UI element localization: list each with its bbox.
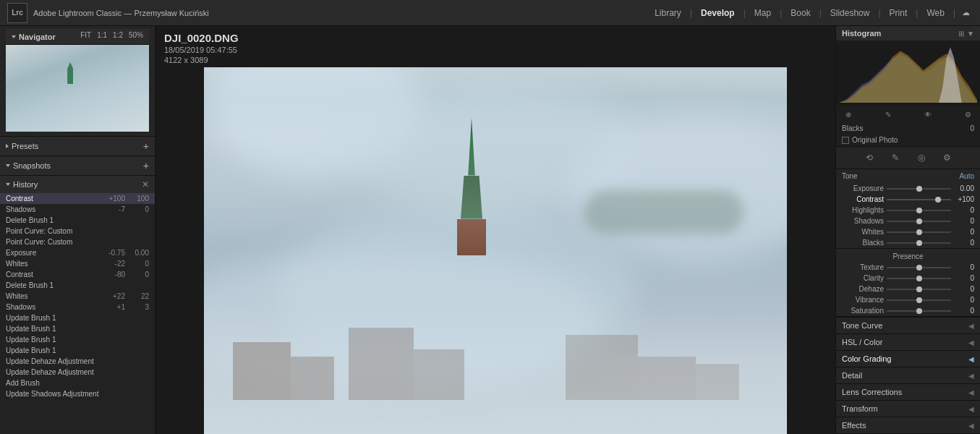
history-item[interactable]: Delete Brush 1 <box>0 280 155 291</box>
history-section: History ✕ Contrast +100 100 Shadows -7 0… <box>0 176 155 434</box>
tone-slider-row[interactable]: Highlights 0 <box>836 205 980 216</box>
tone-slider-row[interactable]: Contrast +100 <box>836 194 980 205</box>
history-item[interactable]: Update Dehaze Adjustment <box>0 367 155 378</box>
nav-library[interactable]: Library <box>649 5 687 21</box>
history-item[interactable]: Whites +22 22 <box>0 291 155 302</box>
history-item[interactable]: Update Shadows Adjustment <box>0 388 155 399</box>
history-item[interactable]: Delete Brush 1 <box>0 215 155 226</box>
slider-thumb[interactable] <box>916 218 922 224</box>
presence-slider-row[interactable]: Dehaze 0 <box>836 284 980 294</box>
presets-header[interactable]: Presets + <box>0 137 155 156</box>
tone-brush-icon[interactable]: ✎ <box>888 150 903 165</box>
nav-develop[interactable]: Develop <box>695 5 741 21</box>
tone-slider-row[interactable]: Whites 0 <box>836 226 980 237</box>
slider-track[interactable] <box>887 199 951 200</box>
tone-settings-icon[interactable]: ⚙ <box>940 150 955 165</box>
slider-thumb[interactable] <box>916 186 922 192</box>
slider-track[interactable] <box>887 310 951 312</box>
right-section-item[interactable]: Detail ◀ <box>836 367 980 383</box>
navigator-thumbnail[interactable] <box>6 45 149 132</box>
slider-thumb[interactable] <box>916 229 922 235</box>
presence-sliders: Texture 0 Clarity 0 Dehaze 0 Vibrance 0 … <box>836 262 980 316</box>
history-item[interactable]: Point Curve: Custom <box>0 226 155 237</box>
history-item[interactable]: Contrast -80 0 <box>0 269 155 280</box>
cloud-icon[interactable]: ☁ <box>958 6 973 20</box>
history-item[interactable]: Whites -22 0 <box>0 258 155 269</box>
history-item[interactable]: Exposure -0.75 0.00 <box>0 247 155 258</box>
tone-slider-row[interactable]: Exposure 0.00 <box>836 183 980 194</box>
slider-track[interactable] <box>887 210 951 211</box>
nav-book[interactable]: Book <box>785 5 816 21</box>
presets-add-button[interactable]: + <box>143 140 149 152</box>
history-list: Contrast +100 100 Shadows -7 0 Delete Br… <box>0 193 155 434</box>
slider-thumb[interactable] <box>916 240 922 246</box>
thumbnail-church <box>67 62 73 84</box>
histogram-target-icon[interactable]: ⊕ <box>842 108 855 121</box>
histogram-edit-icon[interactable]: ✎ <box>882 108 895 121</box>
right-section-item[interactable]: Tone Curve ◀ <box>836 317 980 333</box>
history-item[interactable]: Point Curve: Custom <box>0 237 155 247</box>
nav-slideshow[interactable]: Slideshow <box>825 5 876 21</box>
right-section-item[interactable]: Lens Corrections ◀ <box>836 383 980 400</box>
tone-slider-row[interactable]: Shadows 0 <box>836 216 980 226</box>
tone-slider-row[interactable]: Blacks 0 <box>836 237 980 248</box>
presence-slider-row[interactable]: Saturation 0 <box>836 305 980 316</box>
church-tower <box>457 219 486 255</box>
slider-track[interactable] <box>887 231 951 233</box>
history-item[interactable]: Update Brush 1 <box>0 334 155 345</box>
slider-track[interactable] <box>887 267 951 268</box>
histogram-eye-icon[interactable]: 👁 <box>921 108 934 121</box>
slider-thumb[interactable] <box>916 208 922 213</box>
zoom-1-1[interactable]: 1:1 <box>97 31 107 39</box>
history-item[interactable]: Update Brush 1 <box>0 312 155 323</box>
nav-map[interactable]: Map <box>749 5 777 21</box>
snapshots-add-button[interactable]: + <box>143 160 149 171</box>
histogram-options-icon[interactable]: ▼ <box>967 30 974 38</box>
history-item[interactable]: Add Brush <box>0 378 155 388</box>
right-section-item[interactable]: Color Grading ◀ <box>836 350 980 367</box>
slider-thumb[interactable] <box>916 308 922 314</box>
slider-track[interactable] <box>887 242 951 244</box>
history-item[interactable]: Contrast +100 100 <box>0 193 155 204</box>
slider-thumb[interactable] <box>916 276 922 281</box>
tone-auto-button[interactable]: Auto <box>959 172 974 180</box>
image-container[interactable] <box>155 67 835 434</box>
right-section-item[interactable]: HSL / Color ◀ <box>836 333 980 350</box>
slider-track[interactable] <box>887 221 951 222</box>
top-nav: Library | Develop | Map | Book | Slidesh… <box>649 5 973 21</box>
slider-track[interactable] <box>887 289 951 290</box>
nav-web[interactable]: Web <box>921 5 950 21</box>
history-item[interactable]: Shadows -7 0 <box>0 204 155 215</box>
spire-top <box>467 118 476 176</box>
histogram-gear-icon[interactable]: ⚙ <box>961 108 974 121</box>
original-photo-row: Original Photo <box>836 134 980 147</box>
slider-track[interactable] <box>887 299 951 301</box>
history-item[interactable]: Update Brush 1 <box>0 323 155 334</box>
right-section-label: Detail <box>842 371 862 380</box>
zoom-1-2[interactable]: 1:2 <box>113 31 123 39</box>
original-photo-checkbox[interactable] <box>842 137 849 144</box>
slider-thumb[interactable] <box>916 297 922 303</box>
snapshots-header[interactable]: Snapshots + <box>0 156 155 175</box>
tone-adjust-icon[interactable]: ⟲ <box>862 150 877 165</box>
history-item[interactable]: Update Brush 1 <box>0 345 155 356</box>
slider-track[interactable] <box>887 278 951 279</box>
slider-thumb[interactable] <box>916 265 922 271</box>
history-close-button[interactable]: ✕ <box>142 179 149 190</box>
right-section-item[interactable]: Effects ◀ <box>836 417 980 433</box>
zoom-50[interactable]: 50% <box>129 31 143 39</box>
history-item[interactable]: Shadows +1 3 <box>0 302 155 312</box>
histogram-expand-icon[interactable]: ⊞ <box>958 30 964 38</box>
slider-thumb[interactable] <box>916 286 922 292</box>
zoom-fit[interactable]: FIT <box>80 31 91 39</box>
right-panel-scroll[interactable]: Tone Auto Exposure 0.00 Contrast +100 Hi… <box>836 169 980 434</box>
presence-slider-row[interactable]: Clarity 0 <box>836 273 980 284</box>
presence-slider-row[interactable]: Texture 0 <box>836 262 980 273</box>
tone-circle-icon[interactable]: ◎ <box>914 150 929 165</box>
history-item[interactable]: Update Dehaze Adjustment <box>0 356 155 367</box>
slider-track[interactable] <box>887 188 951 190</box>
slider-thumb[interactable] <box>935 197 941 203</box>
nav-print[interactable]: Print <box>884 5 913 21</box>
presence-slider-row[interactable]: Vibrance 0 <box>836 294 980 305</box>
right-section-item[interactable]: Transform ◀ <box>836 400 980 417</box>
